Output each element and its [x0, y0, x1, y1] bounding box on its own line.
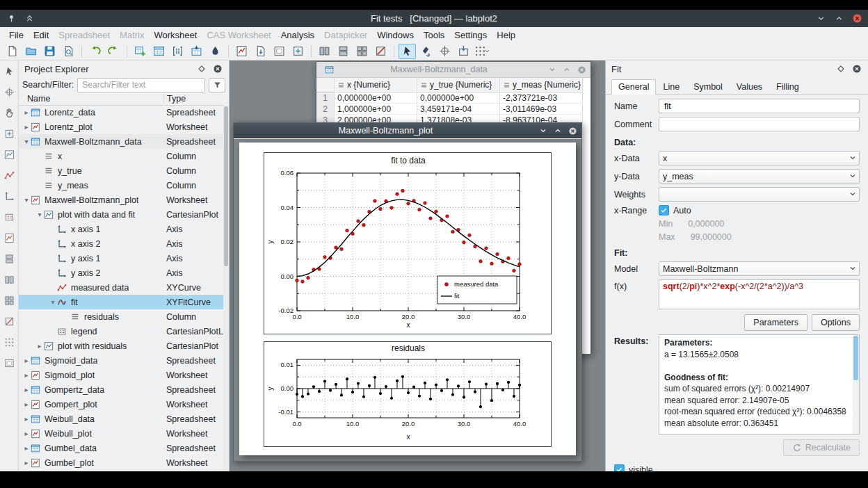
expander-icon[interactable]: ▾: [35, 211, 44, 218]
open-project-button[interactable]: [22, 44, 40, 59]
close-icon[interactable]: [851, 13, 862, 24]
menu-tools[interactable]: Tools: [419, 29, 449, 42]
export-worksheet-button[interactable]: [252, 44, 269, 59]
expander-icon[interactable]: ▾: [49, 298, 57, 306]
tree-item-gompertz-data[interactable]: ▸Gompertz_dataSpreadsheet: [19, 382, 223, 397]
grid-layout-button[interactable]: [353, 44, 371, 59]
tree-item-y-meas[interactable]: y_measColumn: [19, 178, 223, 193]
tree-item-x-axis-2[interactable]: x axis 2Axis: [19, 236, 223, 251]
tab-values[interactable]: Values: [730, 79, 769, 95]
export-selection-button[interactable]: [455, 44, 472, 59]
print-preview-button[interactable]: [60, 44, 77, 59]
auto-checkbox[interactable]: [659, 205, 669, 215]
tree-item-lorentz-plot[interactable]: ▸Lorentz_plotWorksheet: [19, 120, 223, 134]
menu-file[interactable]: File: [4, 29, 29, 42]
close-dock-icon[interactable]: [851, 63, 862, 75]
tree-item-x[interactable]: xColumn: [19, 149, 223, 163]
window-close-icon[interactable]: [567, 125, 578, 136]
spreadsheet-window-titlebar[interactable]: Maxwell-Boltzmann_data: [316, 62, 590, 78]
tree-item-plot-with-residuals[interactable]: ▸plot with residualsCartesianPlot: [19, 339, 223, 353]
expander-icon[interactable]: ▸: [22, 357, 31, 364]
menu-analysis[interactable]: Analysis: [276, 29, 319, 42]
worksheet-window-titlebar[interactable]: Maxwell-Boltzmann_plot: [234, 123, 581, 138]
add-legend-tool-button[interactable]: [2, 211, 16, 223]
window-restore-icon[interactable]: [561, 64, 572, 75]
new-spreadsheet-button[interactable]: [150, 44, 168, 59]
comment-input[interactable]: [663, 119, 855, 130]
xdata-combobox[interactable]: x: [659, 151, 860, 165]
snap-grid-tool-button[interactable]: [2, 336, 16, 348]
split-horizontal-button[interactable]: [316, 44, 333, 59]
tree-item-gompert-plot[interactable]: ▸Gompert_plotWorksheet: [19, 397, 223, 412]
ydata-combobox[interactable]: y_meas: [659, 169, 860, 184]
break-layout-tool-button[interactable]: [2, 315, 16, 327]
pin-icon[interactable]: [6, 13, 17, 24]
crosshair-button[interactable]: [436, 44, 453, 59]
search-input[interactable]: [81, 79, 202, 90]
menu-settings[interactable]: Settings: [449, 29, 492, 42]
cell[interactable]: 3,459171e-04: [417, 104, 500, 115]
results-scrollbar[interactable]: [853, 335, 859, 434]
close-dock-icon[interactable]: [211, 63, 223, 75]
add-plot-tool-button[interactable]: [2, 148, 16, 161]
titlebar-menu-icon[interactable]: [815, 13, 826, 24]
grid-options-button[interactable]: [474, 44, 491, 59]
expander-icon[interactable]: ▸: [22, 430, 31, 437]
tree-item-maxwell-boltzmann-plot[interactable]: ▾Maxwell-Boltzmann_plotWorksheet: [19, 193, 223, 207]
residuals-plot-chart[interactable]: residuals0.010.020.030.040.0-0.010.000.0…: [264, 341, 552, 447]
color-maps-button[interactable]: [207, 44, 224, 59]
menu-edit[interactable]: Edit: [29, 29, 54, 42]
tree-item-y-axis-1[interactable]: y axis 1Axis: [19, 251, 223, 266]
worksheet-window[interactable]: Maxwell-Boltzmann_plot fit to data0.010.…: [233, 122, 582, 462]
pan-tool-button[interactable]: [2, 106, 16, 119]
formula-box[interactable]: sqrt(2/pi)*x^2*exp(-x^2/(2*a^2))/a^3: [659, 279, 860, 309]
visible-checkbox[interactable]: [614, 464, 625, 471]
recalculate-button[interactable]: Recalculate: [783, 439, 860, 456]
column-header-y-true-numeric[interactable]: y_true {Numeric}: [417, 78, 500, 92]
crosshair-tool-button[interactable]: [2, 86, 16, 98]
titlebar-restore-icon[interactable]: [833, 13, 844, 24]
filter-options-button[interactable]: [209, 78, 225, 92]
options-button[interactable]: Options: [812, 314, 860, 331]
import-data-button[interactable]: [188, 44, 205, 59]
new-matrix-button[interactable]: [169, 44, 186, 59]
cell[interactable]: 0,000000e+00: [335, 92, 417, 104]
tree-item-residuals[interactable]: residualsColumn: [19, 309, 223, 324]
model-combobox[interactable]: Maxwell-Boltzmann: [659, 261, 860, 276]
tree-item-fit[interactable]: ▾fitXYFitCurve: [19, 295, 223, 309]
scrollbar-handle[interactable]: [224, 106, 228, 266]
tree-item-plot-with-data-and-fit[interactable]: ▾plot with data and fitCartesianPlot: [19, 207, 223, 222]
select-region-tool-button[interactable]: [2, 357, 16, 369]
tab-symbol[interactable]: Symbol: [686, 79, 730, 95]
grid-layout-tool-button[interactable]: [2, 294, 16, 307]
tree-item-gumbel-plot[interactable]: ▸Gumbel_plotWorksheet: [19, 455, 223, 470]
tree-item-lorentz-data[interactable]: ▸Lorentz_dataSpreadsheet: [19, 105, 223, 120]
tree-item-gumbel-data[interactable]: ▸Gumbel_dataSpreadsheet: [19, 441, 223, 455]
tree-item-x-axis-1[interactable]: x axis 1Axis: [19, 222, 223, 236]
cell[interactable]: 1,000000e+00: [335, 104, 417, 115]
tree-item-weibull-plot[interactable]: ▸Weibull_plotWorksheet: [19, 426, 223, 441]
tree-scrollbar[interactable]: [223, 105, 229, 471]
tree-item-weibull-data[interactable]: ▸Weibull_dataSpreadsheet: [19, 412, 223, 426]
redo-button[interactable]: [105, 44, 122, 59]
column-header-type[interactable]: Type: [164, 94, 186, 104]
add-axis-tool-button[interactable]: [2, 190, 16, 202]
expander-icon[interactable]: ▸: [35, 342, 44, 350]
tree-item-sigmoid-data[interactable]: ▸Sigmoid_dataSpreadsheet: [19, 353, 223, 368]
tab-filling[interactable]: Filling: [769, 79, 806, 95]
select-tool-button[interactable]: [2, 65, 16, 77]
column-header-x-numeric[interactable]: x {Numeric}: [335, 78, 417, 92]
float-dock-icon[interactable]: [835, 63, 846, 75]
weights-combobox[interactable]: [659, 187, 860, 202]
horizontal-layout-tool-button[interactable]: [2, 273, 16, 286]
column-header-y-meas-numeric[interactable]: y_meas {Numeric}: [500, 78, 583, 92]
new-worksheet-tool-button[interactable]: [2, 231, 16, 244]
undo-button[interactable]: [86, 44, 104, 59]
new-project-button[interactable]: [3, 44, 21, 59]
new-workbook-button[interactable]: [131, 44, 149, 59]
tree-item-measured-data[interactable]: measured dataXYCurve: [19, 280, 223, 295]
column-header-name[interactable]: Name: [19, 94, 164, 104]
new-worksheet-button[interactable]: [233, 44, 250, 59]
tab-general[interactable]: General: [611, 79, 656, 95]
shade-icon[interactable]: [24, 13, 35, 24]
